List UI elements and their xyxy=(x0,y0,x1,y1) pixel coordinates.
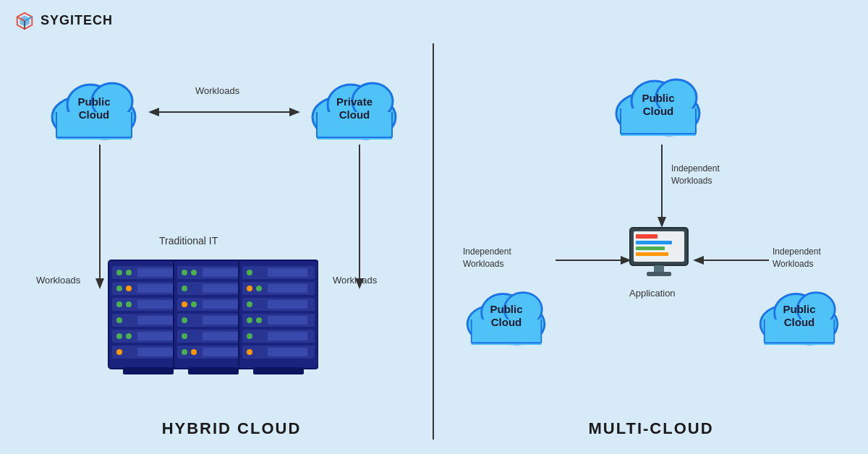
svg-point-81 xyxy=(256,286,262,291)
svg-rect-128 xyxy=(647,272,671,276)
svg-rect-40 xyxy=(137,300,177,309)
svg-rect-59 xyxy=(203,284,242,293)
svg-point-54 xyxy=(182,270,187,275)
svg-rect-47 xyxy=(137,332,177,340)
svg-rect-125 xyxy=(636,247,665,250)
svg-point-30 xyxy=(116,270,122,275)
svg-point-31 xyxy=(126,270,132,275)
hybrid-public-cloud-label: PublicCloud xyxy=(77,95,110,121)
svg-point-88 xyxy=(256,317,262,323)
svg-rect-127 xyxy=(654,265,664,273)
hybrid-workloads-right-label: Workloads xyxy=(333,275,377,286)
svg-point-49 xyxy=(116,349,122,355)
svg-point-77 xyxy=(247,270,252,275)
svg-point-94 xyxy=(247,349,252,355)
multi-independent-right-label: IndependentWorkloads xyxy=(773,246,821,270)
multi-title: MULTI-CLOUD xyxy=(477,419,825,438)
svg-rect-89 xyxy=(268,316,307,325)
svg-rect-95 xyxy=(268,348,307,356)
multi-public-cloud-right-label: PublicCloud xyxy=(783,303,815,329)
svg-rect-56 xyxy=(203,268,242,277)
svg-point-91 xyxy=(247,333,252,339)
hybrid-server-rack xyxy=(101,253,318,376)
hybrid-private-cloud-label: PrivateCloud xyxy=(336,95,373,121)
svg-rect-123 xyxy=(636,234,658,239)
multi-independent-top-label: IndependentWorkloads xyxy=(671,163,720,187)
logo-text: SYGITECH xyxy=(41,13,113,28)
hybrid-workloads-left-label: Workloads xyxy=(36,275,80,286)
multi-public-cloud-right: PublicCloud xyxy=(752,275,846,351)
multi-independent-left-label: IndependentWorkloads xyxy=(463,246,511,270)
multi-application-label: Application xyxy=(629,288,676,299)
svg-point-84 xyxy=(247,301,252,307)
svg-point-68 xyxy=(182,333,187,339)
hybrid-right-vertical-arrow xyxy=(352,145,367,289)
svg-point-39 xyxy=(126,301,132,307)
hybrid-private-cloud: PrivateCloud xyxy=(304,65,405,145)
svg-point-46 xyxy=(126,333,132,339)
hybrid-traditional-it-label: Traditional IT xyxy=(159,235,218,247)
svg-rect-78 xyxy=(268,268,307,277)
svg-marker-23 xyxy=(148,108,159,116)
svg-point-72 xyxy=(191,349,197,355)
svg-rect-74 xyxy=(188,367,239,374)
svg-rect-82 xyxy=(268,284,307,293)
multi-right-arrow xyxy=(693,253,769,267)
svg-rect-126 xyxy=(636,252,668,256)
svg-rect-96 xyxy=(253,367,304,374)
svg-rect-92 xyxy=(268,332,307,340)
svg-rect-32 xyxy=(137,268,177,277)
svg-point-58 xyxy=(182,286,187,291)
svg-point-38 xyxy=(116,301,122,307)
svg-point-42 xyxy=(116,317,122,323)
svg-point-65 xyxy=(182,317,187,323)
svg-rect-85 xyxy=(268,300,307,309)
multi-left-arrow xyxy=(556,253,631,267)
hybrid-top-arrow xyxy=(145,101,304,123)
multi-top-arrow xyxy=(655,145,669,228)
svg-point-71 xyxy=(182,349,187,355)
hybrid-title: HYBRID CLOUD xyxy=(58,419,405,438)
multi-public-cloud-top: PublicCloud xyxy=(608,61,709,141)
svg-rect-36 xyxy=(137,284,177,293)
multi-application-icon xyxy=(626,224,692,282)
svg-point-45 xyxy=(116,333,122,339)
svg-point-80 xyxy=(247,286,252,291)
svg-marker-130 xyxy=(658,217,666,228)
hybrid-public-cloud: PublicCloud xyxy=(43,65,145,145)
svg-marker-22 xyxy=(289,108,300,116)
svg-rect-50 xyxy=(137,348,177,356)
sygitech-logo-icon xyxy=(14,10,35,30)
svg-marker-132 xyxy=(621,256,631,265)
logo-header: SYGITECH xyxy=(14,10,113,30)
svg-point-34 xyxy=(116,286,122,291)
svg-point-61 xyxy=(182,301,187,307)
multi-public-cloud-top-label: PublicCloud xyxy=(642,92,674,118)
svg-rect-124 xyxy=(636,241,672,244)
svg-rect-43 xyxy=(137,316,177,325)
multi-public-cloud-left: PublicCloud xyxy=(459,275,553,351)
svg-marker-134 xyxy=(693,256,704,265)
multi-public-cloud-left-label: PublicCloud xyxy=(490,303,522,329)
center-divider xyxy=(433,43,434,440)
svg-point-62 xyxy=(191,301,197,307)
svg-rect-73 xyxy=(203,348,242,356)
hybrid-workloads-top-label: Workloads xyxy=(195,85,239,96)
svg-point-55 xyxy=(191,270,197,275)
svg-rect-51 xyxy=(123,367,174,374)
svg-point-87 xyxy=(247,317,252,323)
svg-rect-69 xyxy=(203,332,242,340)
svg-point-35 xyxy=(126,286,132,291)
svg-rect-66 xyxy=(203,316,242,325)
svg-rect-63 xyxy=(203,300,242,309)
